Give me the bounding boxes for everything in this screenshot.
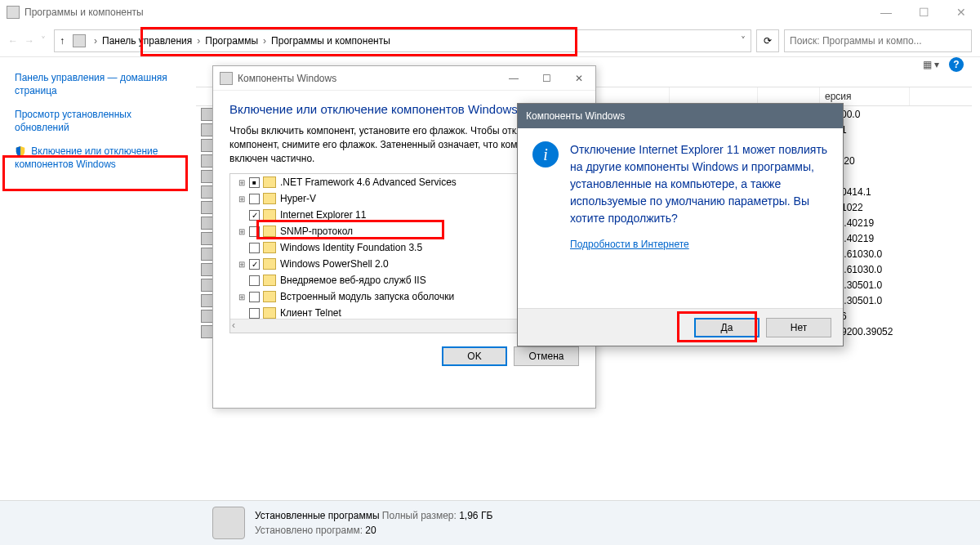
expand-icon[interactable]: ⊞ (237, 227, 246, 236)
sidebar-updates-link[interactable]: Просмотр установленных обновлений (15, 109, 181, 134)
bc-item-2[interactable]: Программы и компоненты (271, 35, 390, 47)
forward-button[interactable]: → (24, 35, 34, 47)
checkbox[interactable] (249, 259, 260, 270)
location-icon (73, 34, 86, 47)
highlight-sidebar (2, 155, 188, 191)
nav-arrows: ← → ˅ (8, 35, 46, 47)
breadcrumb-dropdown[interactable]: ˅ (741, 35, 746, 47)
checkbox[interactable] (249, 292, 260, 302)
tree-label: Hyper-V (280, 193, 316, 204)
highlight-ie11 (256, 220, 444, 239)
expand-icon[interactable]: ⊞ (237, 293, 246, 302)
tree-label: Клиент Telnet (280, 307, 341, 319)
features-title: Компоненты Windows (238, 73, 336, 84)
expand-icon[interactable]: ⊞ (237, 194, 246, 203)
checkbox[interactable] (249, 243, 260, 253)
status-bar: Установленные программы Полный размер: 1… (0, 500, 980, 545)
status-count-label: Установлено программ: (255, 525, 363, 536)
tree-label: Встроенный модуль запуска оболочки (280, 291, 454, 302)
highlight-yes (677, 311, 757, 342)
folder-icon (263, 193, 276, 204)
status-size-label: Полный размер: (382, 510, 457, 521)
confirm-titlebar[interactable]: Компоненты Windows (518, 104, 843, 128)
info-icon: i (532, 141, 559, 168)
status-title: Установленные программы (255, 510, 380, 521)
features-close[interactable]: ✕ (563, 66, 595, 91)
confirm-message: Отключение Internet Explorer 11 может по… (570, 141, 828, 227)
tree-label: Windows PowerShell 2.0 (280, 258, 389, 270)
folder-icon (263, 209, 276, 221)
address-bar: ← → ˅ ↑ › Панель управления › Программы … (0, 25, 980, 57)
folder-icon (263, 176, 276, 188)
search-input[interactable] (784, 29, 972, 52)
maximize-button[interactable]: ☐ (905, 0, 942, 25)
folder-icon (263, 307, 276, 319)
checkbox[interactable] (249, 275, 260, 286)
folder-icon (263, 275, 276, 286)
sidebar: Панель управления — домашняя страница Пр… (0, 57, 196, 500)
back-button[interactable]: ← (8, 35, 18, 47)
content-toolbar: ▦ ▾ ? (923, 57, 964, 72)
features-icon (220, 72, 233, 85)
features-minimize[interactable]: — (497, 66, 530, 91)
features-ok-button[interactable]: OK (442, 346, 507, 366)
folder-icon (263, 258, 276, 270)
folder-icon (263, 242, 276, 253)
window-title: Программы и компоненты (24, 7, 144, 18)
app-icon (7, 6, 20, 19)
folder-icon (263, 291, 276, 302)
sidebar-home-link[interactable]: Панель управления — домашняя страница (15, 72, 181, 97)
window-controls: — ☐ ✕ (867, 0, 980, 25)
window-titlebar: Программы и компоненты (0, 0, 980, 25)
checkbox[interactable] (249, 177, 260, 188)
refresh-button[interactable]: ⟳ (756, 29, 779, 52)
confirm-no-button[interactable]: Нет (766, 318, 831, 337)
checkbox[interactable] (249, 210, 260, 221)
help-button[interactable]: ? (949, 57, 964, 72)
tree-label: Windows Identity Foundation 3.5 (280, 242, 422, 253)
status-size-value: 1,96 ГБ (459, 510, 492, 521)
expand-icon[interactable]: ⊞ (237, 178, 246, 187)
close-button[interactable]: ✕ (942, 0, 980, 25)
tree-label: Internet Explorer 11 (280, 209, 366, 221)
checkbox[interactable] (249, 194, 260, 204)
bc-item-0[interactable]: Панель управления (102, 35, 192, 47)
bc-item-1[interactable]: Программы (205, 35, 258, 47)
features-cancel-button[interactable]: Отмена (514, 346, 579, 366)
view-options[interactable]: ▦ ▾ (923, 59, 939, 70)
breadcrumb[interactable]: ↑ › Панель управления › Программы › Прог… (54, 29, 751, 52)
features-maximize[interactable]: ☐ (530, 66, 563, 91)
status-count-value: 20 (365, 525, 376, 536)
checkbox[interactable] (249, 308, 260, 319)
minimize-button[interactable]: — (867, 0, 905, 25)
up-button[interactable]: ↑ (60, 35, 65, 47)
confirm-dialog: Компоненты Windows i Отключение Internet… (517, 103, 844, 346)
expand-icon[interactable]: ⊞ (237, 260, 246, 269)
confirm-title: Компоненты Windows (526, 110, 625, 122)
confirm-details-link[interactable]: Подробности в Интернете (570, 239, 689, 250)
programs-icon (212, 507, 245, 539)
recent-dropdown[interactable]: ˅ (41, 35, 46, 47)
tree-label: Внедряемое веб-ядро служб IIS (280, 275, 426, 286)
tree-label: .NET Framework 4.6 Advanced Services (280, 176, 457, 188)
